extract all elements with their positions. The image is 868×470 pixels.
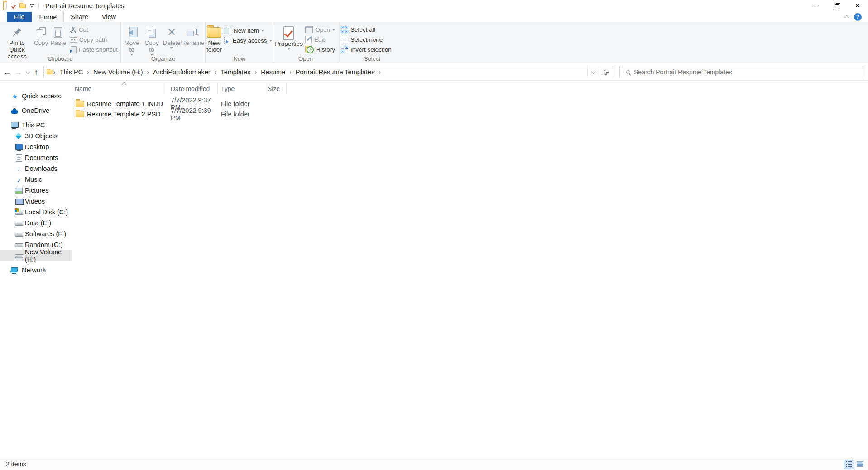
select-group-label: Select [338,55,406,62]
help-icon [854,13,862,21]
copy-button[interactable]: Copy [33,24,49,46]
file-row-resume-template-2-psd[interactable]: Resume Template 2 PSD 7/7/2022 9:39 PM F… [72,107,868,117]
sidebar-item-onedrive[interactable]: OneDrive [0,105,72,116]
refresh-icon [603,68,609,75]
sidebar-item-pictures[interactable]: Pictures [0,185,72,196]
new-item-icon [224,27,231,34]
titlebar: Portrait Resume Templates [0,0,868,12]
dropdown-caret-icon [269,40,272,42]
close-button[interactable] [847,0,868,12]
sidebar-item-data-e[interactable]: Data (E:) [0,218,72,228]
qat-new-folder-button[interactable] [18,1,27,11]
sidebar-item-videos[interactable]: Videos [0,196,72,207]
breadcrumb-new-volume-h[interactable]: New Volume (H:) [90,66,147,78]
sidebar-item-downloads[interactable]: Downloads [0,163,72,174]
sidebar-item-music[interactable]: Music [0,174,72,185]
tab-file[interactable]: File [7,12,32,22]
folder-icon [76,101,84,107]
file-row-resume-template-1-indd[interactable]: Resume Template 1 INDD 7/7/2022 9:37 PM … [72,97,868,107]
properties-button[interactable]: Properties [274,24,303,50]
qat-customize-button[interactable] [27,1,36,11]
move-to-button[interactable]: Move to [122,24,142,56]
breadcrumb-this-pc[interactable]: This PC [56,66,87,78]
explorer-app-icon [3,2,4,10]
select-all-button[interactable]: Select all [339,24,393,34]
column-header-date-modified[interactable]: Date modified [166,83,218,94]
tab-share[interactable]: Share [64,12,95,22]
breadcrumb-portrait-resume-templates[interactable]: Portrait Resume Templates [292,66,379,78]
edit-button[interactable]: Edit [303,34,337,44]
breadcrumb-separator-icon [254,68,257,76]
minimize-ribbon-button[interactable] [845,13,849,20]
restore-button[interactable] [826,0,847,12]
address-bar[interactable]: This PC New Volume (H:) ArchiPortfolioma… [43,66,613,78]
tab-home[interactable]: Home [32,12,64,22]
history-icon [305,46,314,53]
dropdown-caret-icon [332,29,335,31]
qat-properties-button[interactable] [9,1,18,11]
cube-icon [15,132,23,140]
paste-button[interactable]: Paste [49,24,68,46]
cut-button[interactable]: Cut [68,24,120,34]
status-bar: 2 items [0,458,868,470]
search-box [619,66,863,78]
document-icon [15,154,23,162]
address-dropdown-button[interactable] [587,66,599,78]
forward-button[interactable] [13,67,24,78]
pin-to-quick-access-button[interactable]: Pin to Quick access [1,24,33,60]
up-button[interactable] [31,67,42,78]
copy-path-button[interactable]: Copy path [68,34,120,44]
location-folder-icon [47,70,53,74]
chevron-up-icon [844,15,849,20]
new-item-button[interactable]: New item [222,25,274,35]
details-view-button[interactable] [844,460,854,469]
breadcrumb-resume[interactable]: Resume [257,66,289,78]
properties-icon [283,26,294,40]
copy-path-icon [70,36,77,43]
select-none-button[interactable]: Select none [339,34,393,44]
thumbnails-view-button[interactable] [855,460,865,469]
history-button[interactable]: History [303,44,337,54]
sidebar-item-desktop[interactable]: Desktop [0,141,72,152]
new-folder-button[interactable]: New folder [206,24,222,53]
sidebar-item-new-volume-h[interactable]: New Volume (H:) [0,250,72,261]
delete-icon [168,26,176,38]
ribbon-group-clipboard: Pin to Quick access Copy Paste Cut Copy … [0,22,121,63]
folder-icon [76,111,84,117]
sidebar-item-quick-access[interactable]: Quick access [0,91,72,102]
sidebar-item-this-pc[interactable]: This PC [0,120,72,131]
dropdown-caret-icon [170,47,173,49]
up-arrow-icon [34,68,38,77]
new-group-label: New [206,55,273,62]
search-input[interactable] [634,68,863,76]
copy-to-button[interactable]: Copy to [142,24,162,56]
breadcrumb-templates[interactable]: Templates [217,66,254,78]
invert-selection-button[interactable]: Invert selection [339,44,393,54]
open-button[interactable]: Open [303,24,337,34]
tab-view[interactable]: View [95,12,123,22]
rename-button[interactable]: Rename [182,24,204,46]
separator [38,3,39,9]
help-button[interactable] [854,13,862,21]
ribbon-group-select: Select all Select none Invert selection … [338,22,406,63]
breadcrumb-archiportfoliomaker[interactable]: ArchiPortfoliomaker [149,66,214,78]
open-group-label: Open [273,55,338,62]
delete-button[interactable]: Delete [162,24,182,49]
sidebar-item-documents[interactable]: Documents [0,152,72,163]
refresh-button[interactable] [599,66,613,78]
column-header-name[interactable]: Name [72,83,166,94]
easy-access-button[interactable]: Easy access [222,35,274,45]
sidebar-item-local-disk-c[interactable]: Local Disk (C:) [0,207,72,218]
back-button[interactable] [2,67,13,78]
drive-icon [15,241,23,249]
sidebar-item-network[interactable]: Network [0,265,72,276]
sidebar-item-softwares-f[interactable]: Softwares (F:) [0,228,72,239]
paste-shortcut-button[interactable]: Paste shortcut [68,44,120,54]
column-header-type[interactable]: Type [218,83,265,94]
paste-icon [54,27,62,38]
cut-icon [70,27,77,33]
column-header-size[interactable]: Size [265,83,287,94]
sidebar-item-3d-objects[interactable]: 3D Objects [0,131,72,141]
minimize-button[interactable] [806,0,826,12]
recent-locations-button[interactable] [24,67,31,78]
